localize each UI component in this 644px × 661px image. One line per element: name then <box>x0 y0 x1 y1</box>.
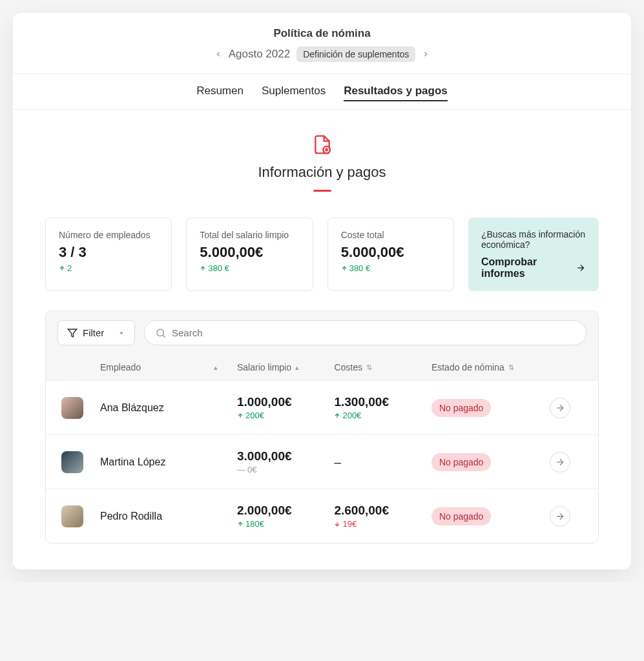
tab-suplementos[interactable]: Suplementos <box>262 85 326 101</box>
stat-net-salary: Total del salario limpio 5.000,00€ 380 € <box>186 218 313 291</box>
table-row: Pedro Rodilla 2.000,00€ 180€ 2.600,00€ 1… <box>46 489 598 543</box>
filter-label: Filter <box>83 327 104 338</box>
reports-info-card: ¿Buscas más información económica? Compr… <box>468 218 599 291</box>
svg-point-7 <box>157 329 164 336</box>
status-badge: No pagado <box>431 507 492 525</box>
status-badge: No pagado <box>431 453 492 471</box>
sort-asc-icon: ▴ <box>295 363 299 372</box>
header: Política de nómina Agosto 2022 Definició… <box>13 13 631 74</box>
search-wrap <box>144 320 587 345</box>
salary-cell: 1.000,00€ 200€ <box>237 395 334 420</box>
caret-down-icon <box>118 329 125 337</box>
employee-name: Ana Blázquez <box>100 402 237 414</box>
col-net-salary-label: Salario limpio <box>237 362 291 372</box>
next-period-button[interactable] <box>422 50 430 58</box>
col-net-salary[interactable]: Salario limpio ▴ <box>237 362 334 372</box>
col-employee[interactable]: Empleado ▴ <box>100 362 237 372</box>
arrow-down-icon <box>334 521 340 527</box>
sort-asc-icon: ▴ <box>214 363 218 372</box>
table-row: Ana Blázquez 1.000,00€ 200€ 1.300,00€ 20… <box>46 380 598 434</box>
salary-delta-value: 180€ <box>245 519 264 529</box>
svg-marker-5 <box>68 329 76 337</box>
stat-label: Coste total <box>341 230 441 240</box>
arrow-up-icon <box>59 265 65 272</box>
cost-cell: 2.600,00€ 19€ <box>334 503 431 529</box>
row-open-button[interactable] <box>550 398 570 418</box>
salary-delta-value: 0€ <box>247 465 256 474</box>
sort-icon: ⇅ <box>508 363 514 372</box>
col-status[interactable]: Estado de nómina ⇅ <box>431 362 537 372</box>
avatar <box>61 451 83 473</box>
stat-employees: Número de empleados 3 / 3 2 <box>45 218 172 291</box>
tab-resumen[interactable]: Resumen <box>196 85 244 101</box>
col-costs-label: Costes <box>334 362 362 372</box>
prev-period-button[interactable] <box>214 50 222 58</box>
chevron-right-icon <box>422 50 430 58</box>
arrow-up-icon <box>334 412 340 419</box>
search-input[interactable] <box>167 321 576 345</box>
page-title: Política de nómina <box>13 27 631 40</box>
search-icon <box>155 327 167 339</box>
arrow-up-icon <box>341 265 348 272</box>
status-badge: No pagado <box>431 399 492 417</box>
dash-icon: — <box>237 465 245 474</box>
employee-name: Pedro Rodilla <box>100 511 237 522</box>
stat-total-cost: Coste total 5.000,00€ 380 € <box>327 218 454 291</box>
cost-delta-value: 19€ <box>342 519 357 529</box>
col-employee-label: Empleado <box>100 362 141 372</box>
info-card-link-label: Comprobar informes <box>481 256 570 280</box>
row-open-button[interactable] <box>550 506 570 527</box>
hero-title: Información y pagos <box>13 164 631 181</box>
cost-cell: 1.300,00€ 200€ <box>334 395 431 420</box>
stat-value: 5.000,00€ <box>200 244 299 261</box>
cost-amount: 1.300,00€ <box>334 395 431 409</box>
employees-table: Filter Empleado ▴ Salario limpio ▴ Coste… <box>45 310 599 544</box>
document-upload-icon <box>312 134 333 155</box>
avatar <box>61 397 83 419</box>
row-open-button[interactable] <box>550 452 570 473</box>
sort-icon: ⇅ <box>366 363 372 372</box>
stat-value: 3 / 3 <box>59 244 158 261</box>
col-costs[interactable]: Costes ⇅ <box>334 362 431 372</box>
step-badge: Definición de suplementos <box>296 46 415 62</box>
status-cell: No pagado <box>431 453 537 471</box>
stat-label: Número de empleados <box>59 230 158 240</box>
cost-delta: 19€ <box>334 519 431 529</box>
hero: Información y pagos <box>13 110 631 218</box>
svg-marker-6 <box>119 332 123 334</box>
arrow-right-icon <box>555 403 565 413</box>
salary-delta: 200€ <box>237 411 334 420</box>
status-cell: No pagado <box>431 507 537 525</box>
tabbar: Resumen Suplementos Resultados y pagos <box>13 74 631 110</box>
stat-delta-value: 2 <box>67 263 72 273</box>
salary-delta: 180€ <box>237 519 334 529</box>
table-row: Martina López 3.000,00€ — 0€ – No pagado <box>46 434 598 489</box>
hero-underline <box>313 190 331 192</box>
salary-amount: 2.000,00€ <box>237 503 334 518</box>
app-card: Política de nómina Agosto 2022 Definició… <box>13 13 631 569</box>
stat-delta: 2 <box>59 263 158 273</box>
svg-line-8 <box>163 335 165 337</box>
arrow-right-icon <box>555 511 565 522</box>
table-header: Empleado ▴ Salario limpio ▴ Costes ⇅ Est… <box>46 354 598 380</box>
avatar <box>61 505 83 527</box>
arrow-right-icon <box>576 262 586 274</box>
stat-delta: 380 € <box>341 263 441 273</box>
employee-name: Martina López <box>100 456 237 468</box>
salary-delta-value: 200€ <box>245 411 264 420</box>
col-status-label: Estado de nómina <box>431 362 504 372</box>
stat-delta-value: 380 € <box>349 263 371 273</box>
status-cell: No pagado <box>431 399 537 417</box>
filter-button[interactable]: Filter <box>57 320 135 345</box>
salary-amount: 1.000,00€ <box>237 395 334 409</box>
stat-label: Total del salario limpio <box>200 230 299 240</box>
check-reports-link[interactable]: Comprobar informes <box>481 256 586 280</box>
arrow-up-icon <box>200 265 206 272</box>
stats-row: Número de empleados 3 / 3 2 Total del sa… <box>13 218 631 310</box>
tab-resultados-y-pagos[interactable]: Resultados y pagos <box>344 85 448 101</box>
salary-amount: 3.000,00€ <box>237 449 334 463</box>
cost-cell: – <box>334 455 431 469</box>
stat-value: 5.000,00€ <box>341 244 441 261</box>
cost-amount: 2.600,00€ <box>334 503 431 518</box>
filter-icon <box>67 328 78 338</box>
